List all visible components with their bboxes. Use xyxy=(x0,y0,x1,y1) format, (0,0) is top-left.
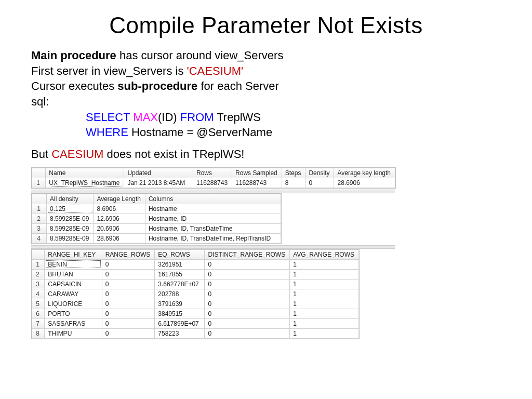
cell-steps[interactable]: 8 xyxy=(282,178,305,188)
cell[interactable]: 1 xyxy=(290,328,359,338)
cell[interactable]: 8.6906 xyxy=(94,204,145,214)
cell[interactable]: LIQUORICE xyxy=(45,299,102,309)
slide-title: Compile Parameter Not Exists xyxy=(31,12,501,38)
cell[interactable]: 1 xyxy=(290,259,359,269)
cell[interactable]: 0 xyxy=(102,318,155,328)
col-rows: Rows xyxy=(193,168,232,178)
cell[interactable]: 1 xyxy=(290,269,359,279)
cell[interactable]: 0 xyxy=(205,279,290,289)
table-row: 3CAPSAICIN03.662778E+0701 xyxy=(32,279,359,289)
cell[interactable]: Hostname, ID xyxy=(145,214,281,223)
cell-density[interactable]: 0 xyxy=(305,178,334,188)
table-row: 4CARAWAY020278801 xyxy=(32,289,359,299)
cell: 2 xyxy=(32,214,47,223)
cell[interactable]: CARAWAY xyxy=(45,289,102,299)
cell: 1 xyxy=(32,259,45,269)
cell[interactable]: 0 xyxy=(102,299,155,309)
cell[interactable]: 1 xyxy=(290,279,359,289)
cell[interactable]: 202788 xyxy=(155,289,205,299)
text-sql-label: sql: xyxy=(31,94,501,110)
cell[interactable]: 3849515 xyxy=(155,309,205,318)
text-l3a: Cursor executes xyxy=(31,79,117,92)
cell[interactable]: 1 xyxy=(290,299,359,309)
sql-hostname: Hostname = @ServerName xyxy=(128,126,272,139)
cell[interactable]: 20.6906 xyxy=(94,223,145,233)
cell[interactable]: 12.6906 xyxy=(94,214,145,223)
cell[interactable]: BENIN xyxy=(45,259,102,269)
cell[interactable]: Hostname xyxy=(145,204,281,214)
cell[interactable]: 0 xyxy=(205,318,290,328)
sql-table: TreplWS xyxy=(214,111,261,124)
cell[interactable]: SASSAFRAS xyxy=(45,318,102,328)
cell[interactable]: 8.599285E-09 xyxy=(47,223,94,233)
cell[interactable]: 0 xyxy=(205,289,290,299)
table-row: 5LIQUORICE0379163901 xyxy=(32,299,359,309)
result-grids: Name Updated Rows Rows Sampled Steps Den… xyxy=(31,167,501,339)
cell[interactable]: 0 xyxy=(205,259,290,269)
col-steps: Steps xyxy=(282,168,305,178)
cell[interactable]: BHUTAN xyxy=(45,269,102,279)
cell-name[interactable]: UX_TReplWS_Hostname xyxy=(46,178,124,188)
sql-from: FROM xyxy=(180,111,214,124)
cell-updated[interactable]: Jan 21 2013 8:45AM xyxy=(124,178,193,188)
cell[interactable]: 8.599285E-09 xyxy=(47,214,94,223)
table-header-row: All density Average Length Columns xyxy=(32,194,281,204)
col-density: Density xyxy=(305,168,334,178)
cell[interactable]: 3261951 xyxy=(155,259,205,269)
table-row: 6PORTO0384951501 xyxy=(32,309,359,318)
cell-avg-key[interactable]: 28.6906 xyxy=(334,178,395,188)
cell[interactable]: 3.662778E+07 xyxy=(155,279,205,289)
cell[interactable]: 0 xyxy=(102,289,155,299)
cell[interactable]: 0 xyxy=(102,309,155,318)
cell[interactable]: Hostname, ID, TransDateTime, ReplTransID xyxy=(145,233,281,243)
cell[interactable]: 0 xyxy=(205,309,290,318)
cell[interactable]: 1 xyxy=(290,318,359,328)
col-rows-sampled: Rows Sampled xyxy=(232,168,282,178)
table-header-row: Name Updated Rows Rows Sampled Steps Den… xyxy=(32,168,395,178)
cell[interactable]: THIMPU xyxy=(45,328,102,338)
cell[interactable]: 0 xyxy=(102,269,155,279)
cell[interactable]: 8.599285E-09 xyxy=(47,233,94,243)
cell[interactable]: 28.6906 xyxy=(94,233,145,243)
cell[interactable]: 0 xyxy=(102,328,155,338)
cell[interactable]: CAPSAICIN xyxy=(45,279,102,289)
cell[interactable]: PORTO xyxy=(45,309,102,318)
cell: 3 xyxy=(32,279,45,289)
text-main-proc: Main procedure xyxy=(31,49,116,62)
cell[interactable]: 758223 xyxy=(155,328,205,338)
cell[interactable]: 0 xyxy=(205,328,290,338)
cell[interactable]: 0 xyxy=(102,279,155,289)
table-row: 38.599285E-0920.6906Hostname, ID, TransD… xyxy=(32,223,281,233)
cell[interactable]: 0 xyxy=(205,269,290,279)
sql-max: MAX xyxy=(130,111,158,124)
cell[interactable]: Hostname, ID, TransDateTime xyxy=(145,223,281,233)
cell[interactable]: 1617855 xyxy=(155,269,205,279)
cell[interactable]: 3791639 xyxy=(155,299,205,309)
text-l2a: First server in view_Servers is xyxy=(31,64,187,77)
cell: 5 xyxy=(32,299,45,309)
cell: 1 xyxy=(32,204,47,214)
table-row: 1 UX_TReplWS_Hostname Jan 21 2013 8:45AM… xyxy=(32,178,395,188)
cell-rows-sampled[interactable]: 116288743 xyxy=(232,178,282,188)
cell[interactable]: 6.617899E+07 xyxy=(155,318,205,328)
table-row: 48.599285E-0928.6906Hostname, ID, TransD… xyxy=(32,233,281,243)
cell-rows[interactable]: 116288743 xyxy=(193,178,232,188)
cell: 2 xyxy=(32,269,45,279)
table-row: 2BHUTAN0161785501 xyxy=(32,269,359,279)
cell[interactable]: 0 xyxy=(102,259,155,269)
stats-header-grid: Name Updated Rows Rows Sampled Steps Den… xyxy=(32,168,395,188)
table-header-row: RANGE_HI_KEY RANGE_ROWS EQ_ROWS DISTINCT… xyxy=(32,249,359,259)
cell[interactable]: 0.125 xyxy=(47,204,94,214)
text-but3: does not exist in TReplWS! xyxy=(103,148,244,161)
histogram-grid: RANGE_HI_KEY RANGE_ROWS EQ_ROWS DISTINCT… xyxy=(32,249,359,339)
cell: 6 xyxy=(32,309,45,318)
cell: 3 xyxy=(32,223,47,233)
table-row: 8THIMPU075822301 xyxy=(32,328,359,338)
sql-where: WHERE xyxy=(86,126,128,139)
table-row: 7SASSAFRAS06.617899E+0701 xyxy=(32,318,359,328)
cell[interactable]: 1 xyxy=(290,289,359,299)
cell: 4 xyxy=(32,289,45,299)
table-row: 28.599285E-0912.6906Hostname, ID xyxy=(32,214,281,223)
cell[interactable]: 0 xyxy=(205,299,290,309)
cell[interactable]: 1 xyxy=(290,309,359,318)
